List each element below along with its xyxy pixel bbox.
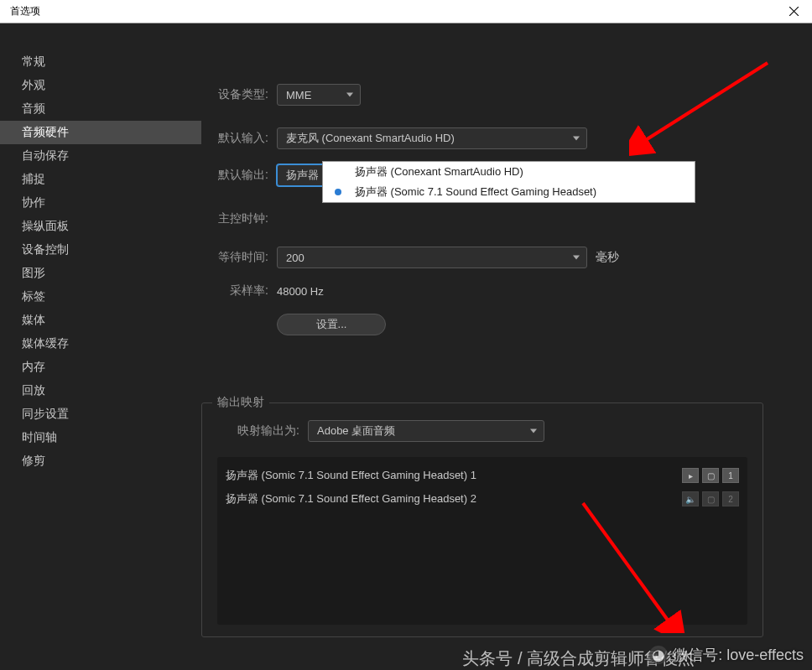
default-output-dropdown-menu: 扬声器 (Conexant SmartAudio HD) 扬声器 (Somic …	[322, 161, 695, 203]
sidebar-item-general[interactable]: 常规	[0, 50, 201, 74]
sidebar-item-sync-settings[interactable]: 同步设置	[0, 403, 201, 426]
default-input-label: 默认输入:	[201, 131, 268, 146]
sidebar-item-control-surface[interactable]: 操纵面板	[0, 215, 201, 238]
sidebar-item-media[interactable]: 媒体	[0, 309, 201, 332]
sidebar-item-media-cache[interactable]: 媒体缓存	[0, 332, 201, 356]
square-icon[interactable]: ▢	[702, 491, 719, 506]
map-output-value: Adobe 桌面音频	[317, 423, 395, 439]
dropdown-option[interactable]: 扬声器 (Conexant SmartAudio HD)	[323, 162, 695, 182]
master-clock-row: 主控时钟:	[201, 211, 763, 226]
latency-dropdown[interactable]: 200	[277, 247, 587, 268]
wechat-icon: ◕	[649, 646, 668, 664]
device-type-dropdown[interactable]: MME	[277, 84, 361, 106]
content-panel: 设备类型: MME 默认输入: 麦克风 (Conexant SmartAudio…	[201, 23, 812, 670]
close-icon	[789, 7, 799, 16]
output-channel-row: 扬声器 (Somic 7.1 Sound Effect Gaming Heads…	[226, 464, 739, 487]
map-output-row: 映射输出为: Adobe 桌面音频	[217, 420, 747, 442]
output-mapping-fieldset: 输出映射 映射输出为: Adobe 桌面音频 扬声器 (Somic 7.1 So…	[201, 403, 763, 637]
device-type-row: 设备类型: MME	[201, 84, 763, 106]
sidebar-item-audio[interactable]: 音频	[0, 97, 201, 121]
default-input-dropdown[interactable]: 麦克风 (Conexant SmartAudio HD)	[277, 127, 587, 149]
speaker-icon[interactable]: 🔈	[682, 491, 699, 506]
output-channel-list: 扬声器 (Somic 7.1 Sound Effect Gaming Heads…	[217, 457, 747, 625]
chevron-down-icon	[346, 93, 353, 97]
latency-label: 等待时间:	[201, 250, 268, 265]
sidebar: 常规 外观 音频 音频硬件 自动保存 捕捉 协作 操纵面板 设备控制 图形 标签…	[0, 23, 201, 670]
sidebar-item-device-control[interactable]: 设备控制	[0, 238, 201, 262]
sample-rate-label: 采样率:	[201, 283, 268, 299]
sidebar-item-appearance[interactable]: 外观	[0, 74, 201, 97]
sidebar-item-playback[interactable]: 回放	[0, 379, 201, 403]
sidebar-item-trim[interactable]: 修剪	[0, 449, 201, 473]
square-icon[interactable]: ▢	[702, 468, 719, 483]
output-channel-buttons: 🔈 ▢ 2	[682, 491, 739, 506]
map-output-dropdown[interactable]: Adobe 桌面音频	[308, 420, 544, 442]
play-icon[interactable]: ▸	[682, 468, 699, 483]
map-output-label: 映射输出为:	[217, 423, 299, 439]
window-title: 首选项	[10, 4, 40, 18]
master-clock-label: 主控时钟:	[201, 211, 268, 226]
sidebar-item-capture[interactable]: 捕捉	[0, 168, 201, 191]
output-channel-label: 扬声器 (Somic 7.1 Sound Effect Gaming Heads…	[226, 491, 682, 506]
sample-rate-row: 采样率: 48000 Hz	[201, 283, 763, 299]
device-type-value: MME	[286, 89, 311, 101]
main: 常规 外观 音频 音频硬件 自动保存 捕捉 协作 操纵面板 设备控制 图形 标签…	[0, 23, 812, 670]
sidebar-item-collaboration[interactable]: 协作	[0, 191, 201, 215]
sidebar-item-memory[interactable]: 内存	[0, 356, 201, 379]
latency-unit: 毫秒	[596, 250, 619, 265]
sample-rate-value: 48000 Hz	[277, 285, 324, 298]
sidebar-item-labels[interactable]: 标签	[0, 285, 201, 309]
sidebar-item-graphics[interactable]: 图形	[0, 262, 201, 285]
channel-number[interactable]: 2	[722, 491, 739, 506]
watermark-text: 微信号: love-effects	[673, 645, 804, 665]
channel-number[interactable]: 1	[722, 468, 739, 483]
dropdown-option[interactable]: 扬声器 (Somic 7.1 Sound Effect Gaming Heads…	[323, 182, 695, 202]
chevron-down-icon	[573, 137, 580, 141]
watermark: ◕ 微信号: love-effects	[649, 645, 804, 665]
latency-value: 200	[286, 252, 304, 264]
device-type-label: 设备类型:	[201, 87, 268, 102]
settings-button[interactable]: 设置...	[277, 314, 386, 335]
chevron-down-icon	[573, 256, 580, 260]
sidebar-item-timeline[interactable]: 时间轴	[0, 426, 201, 449]
output-channel-row: 扬声器 (Somic 7.1 Sound Effect Gaming Heads…	[226, 487, 739, 511]
default-input-value: 麦克风 (Conexant SmartAudio HD)	[286, 131, 455, 146]
default-input-row: 默认输入: 麦克风 (Conexant SmartAudio HD)	[201, 127, 763, 149]
sidebar-item-audio-hardware[interactable]: 音频硬件	[0, 121, 201, 144]
output-channel-buttons: ▸ ▢ 1	[682, 468, 739, 483]
chevron-down-icon	[530, 429, 537, 434]
titlebar: 首选项	[0, 0, 812, 23]
latency-row: 等待时间: 200 毫秒	[201, 247, 763, 268]
default-output-label: 默认输出:	[201, 168, 268, 183]
output-channel-label: 扬声器 (Somic 7.1 Sound Effect Gaming Heads…	[226, 468, 682, 483]
close-button[interactable]	[782, 3, 805, 21]
sidebar-item-autosave[interactable]: 自动保存	[0, 144, 201, 168]
output-mapping-legend: 输出映射	[212, 395, 269, 410]
